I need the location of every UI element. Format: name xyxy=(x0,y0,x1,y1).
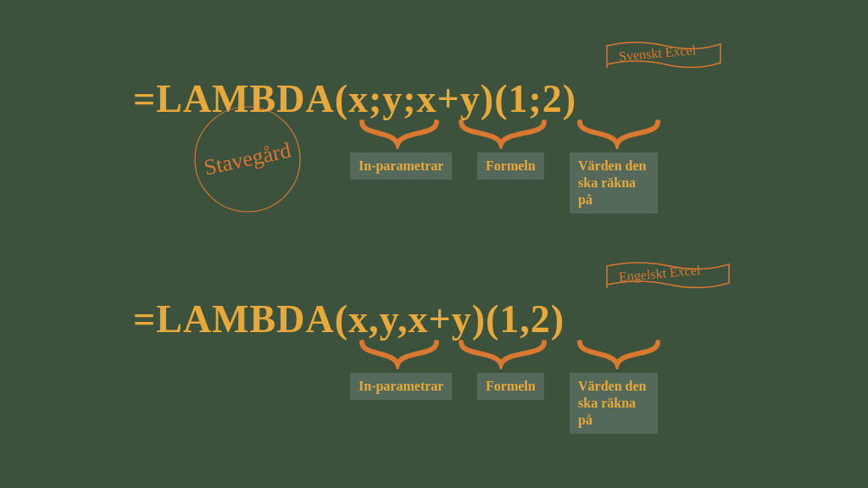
label-inparams-sv: In-parametrar xyxy=(350,152,452,180)
label-values-sv: Värden den ska räkna på xyxy=(570,152,658,214)
brace-icon xyxy=(576,339,661,373)
formula-english: =LAMBDA(x,y,x+y)(1,2) xyxy=(133,297,565,341)
label-formula-sv: Formeln xyxy=(477,152,544,180)
brace-icon xyxy=(458,119,548,152)
flag-swedish: Svenskt Excel xyxy=(602,39,729,73)
label-formula-en: Formeln xyxy=(477,373,544,400)
brace-icon xyxy=(359,339,440,373)
label-values-en: Värden den ska räkna på xyxy=(570,373,658,434)
label-inparams-en: In-parametrar xyxy=(350,373,452,400)
flag-english: Engelskt Excel xyxy=(602,259,737,293)
brace-icon xyxy=(576,119,661,152)
brace-icon xyxy=(458,339,548,373)
brace-icon xyxy=(359,119,440,152)
formula-swedish: =LAMBDA(x;y;x+y)(1;2) xyxy=(133,76,576,121)
